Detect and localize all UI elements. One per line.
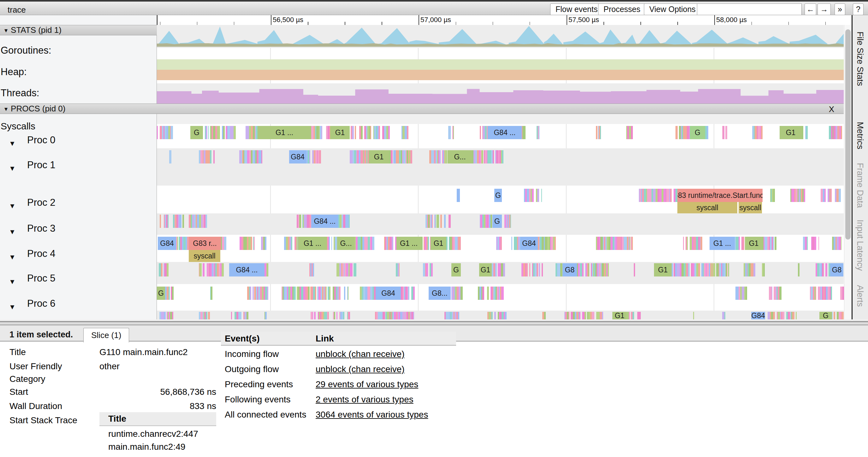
trace-stripe[interactable] <box>832 312 833 319</box>
trace-stripe[interactable] <box>736 286 739 300</box>
trace-stripe[interactable] <box>707 263 709 276</box>
trace-stripe[interactable] <box>778 312 780 319</box>
trace-stripe[interactable] <box>755 126 757 139</box>
sidebar-tab-metrics[interactable]: Metrics <box>855 122 865 149</box>
trace-slice[interactable]: G1 <box>369 150 389 163</box>
trace-stripe[interactable] <box>160 215 161 228</box>
trace-slice[interactable]: G84 <box>158 237 176 250</box>
trace-slice[interactable]: G <box>819 312 832 319</box>
trace-stripe[interactable] <box>792 312 795 319</box>
trace-stripe[interactable] <box>164 263 167 276</box>
trace-stripe[interactable] <box>265 312 267 319</box>
proc-label-p1[interactable]: Proc 1 <box>27 159 56 171</box>
trace-stripe[interactable] <box>249 126 251 139</box>
trace-stripe[interactable] <box>413 286 415 300</box>
trace-stripe[interactable] <box>315 286 317 300</box>
trace-stripe[interactable] <box>818 237 819 250</box>
trace-stripe[interactable] <box>631 237 633 250</box>
trace-slice[interactable]: G1 ... <box>298 237 327 250</box>
trace-stripe[interactable] <box>405 126 407 139</box>
trace-stripe[interactable] <box>836 126 838 139</box>
event-link[interactable]: 2 events of various types <box>316 394 455 405</box>
trace-slice[interactable]: G1 <box>745 237 763 250</box>
trace-stripe[interactable] <box>450 126 451 139</box>
trace-stripe[interactable] <box>352 126 353 139</box>
panel-splitter[interactable] <box>0 319 868 327</box>
proc-label-p4[interactable]: Proc 4 <box>27 248 56 260</box>
collapse-triangle-icon[interactable]: ▼ <box>9 164 16 173</box>
trace-stripe[interactable] <box>318 286 321 300</box>
trace-stripe[interactable] <box>698 263 700 276</box>
trace-stripe[interactable] <box>348 286 349 300</box>
trace-stripe[interactable] <box>299 215 301 228</box>
trace-stripe[interactable] <box>723 126 724 139</box>
trace-stripe[interactable] <box>820 189 823 202</box>
trace-stripe[interactable] <box>807 237 808 250</box>
collapse-triangle-icon[interactable]: ▼ <box>9 303 16 311</box>
trace-stripe[interactable] <box>829 126 831 139</box>
proc-label-p6[interactable]: Proc 6 <box>27 298 56 309</box>
trace-stripe[interactable] <box>676 126 678 139</box>
trace-stripe[interactable] <box>527 189 529 202</box>
trace-stripe[interactable] <box>524 126 526 139</box>
trace-slice[interactable]: G1 ... <box>710 237 735 250</box>
trace-stripe[interactable] <box>782 312 784 319</box>
trace-stripe[interactable] <box>482 150 483 163</box>
trace-stripe[interactable] <box>659 189 661 202</box>
trace-stripe[interactable] <box>438 215 439 228</box>
trace-stripe[interactable] <box>746 286 747 300</box>
trace-stripe[interactable] <box>402 312 404 319</box>
trace-stripe[interactable] <box>672 263 673 276</box>
close-icon[interactable]: X <box>829 104 834 114</box>
trace-stripe[interactable] <box>831 286 832 300</box>
trace-stripe[interactable] <box>319 150 321 163</box>
trace-slice[interactable] <box>457 189 460 202</box>
trace-stripe[interactable] <box>529 263 531 276</box>
trace-stripe[interactable] <box>802 126 803 139</box>
trace-stripe[interactable] <box>248 237 251 250</box>
trace-slice[interactable]: G84 ... <box>311 215 338 228</box>
trace-stripe[interactable] <box>670 189 672 202</box>
trace-stripe[interactable] <box>446 150 447 163</box>
trace-stripe[interactable] <box>798 263 799 276</box>
trace-stripe[interactable] <box>602 312 603 319</box>
trace-stripe[interactable] <box>312 312 313 319</box>
trace-stripe[interactable] <box>326 286 327 300</box>
trace-stripe[interactable] <box>579 312 581 319</box>
trace-stripe[interactable] <box>211 286 212 300</box>
trace-stripe[interactable] <box>634 263 635 276</box>
trace-stripe[interactable] <box>725 126 727 139</box>
trace-stripe[interactable] <box>453 126 454 139</box>
trace-stripe[interactable] <box>611 237 613 250</box>
collapse-triangle-icon[interactable]: ▼ <box>9 278 16 286</box>
trace-stripe[interactable] <box>724 312 725 319</box>
trace-stripe[interactable] <box>713 263 715 276</box>
trace-slice[interactable]: G <box>452 263 461 276</box>
trace-stripe[interactable] <box>206 312 207 319</box>
collapse-triangle-icon[interactable]: ▼ <box>9 140 16 148</box>
trace-stripe[interactable] <box>805 237 807 250</box>
trace-slice[interactable]: G1 <box>654 263 672 276</box>
trace-stripe[interactable] <box>500 237 502 250</box>
trace-slice[interactable]: G83 runtime/trace.Start.func1 <box>677 189 763 202</box>
trace-stripe[interactable] <box>696 237 698 250</box>
trace-stripe[interactable] <box>539 126 540 139</box>
trace-stripe[interactable] <box>701 237 702 250</box>
trace-stripe[interactable] <box>340 286 341 300</box>
heap-allocated-band[interactable] <box>157 59 844 70</box>
collapse-triangle-icon[interactable]: ▾ <box>4 27 7 34</box>
trace-stripe[interactable] <box>432 150 434 163</box>
trace-stripe[interactable] <box>722 312 724 319</box>
proc-label-p5[interactable]: Proc 5 <box>27 273 56 284</box>
trace-stripe[interactable] <box>311 126 313 139</box>
trace-stripe[interactable] <box>688 263 689 276</box>
trace-stripe[interactable] <box>402 126 405 139</box>
trace-stripe[interactable] <box>213 126 215 139</box>
tab-slice[interactable]: Slice (1) <box>83 328 129 342</box>
trace-stripe[interactable] <box>431 263 433 276</box>
trace-stripe[interactable] <box>172 312 173 319</box>
trace-stripe[interactable] <box>764 263 765 276</box>
trace-stripe[interactable] <box>836 189 839 202</box>
trace-stripe[interactable] <box>539 263 540 276</box>
trace-stripe[interactable] <box>631 126 633 139</box>
